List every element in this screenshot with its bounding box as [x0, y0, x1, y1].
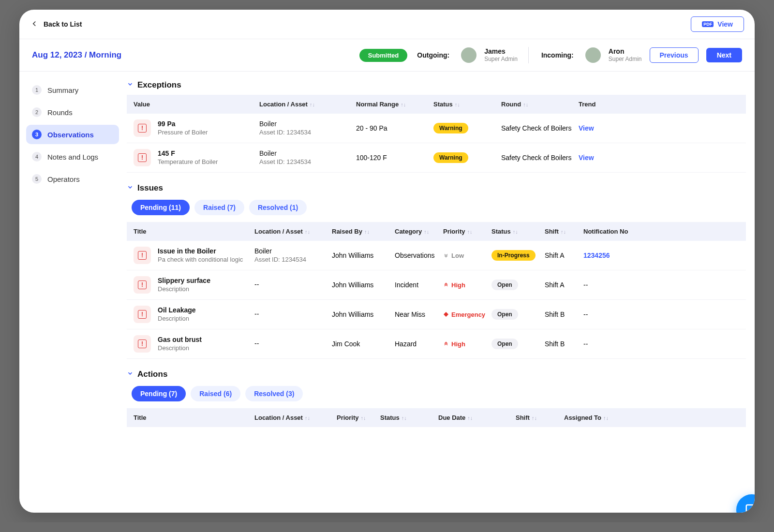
svg-rect-0 [746, 505, 755, 512]
table-row: !99 PaPressure of Boiler BoilerAsset ID:… [127, 114, 746, 143]
alert-icon: ! [134, 247, 151, 264]
view-label: View [717, 20, 733, 28]
sort-icon: ↑↓ [513, 229, 518, 235]
section-header[interactable]: Issues [127, 183, 746, 193]
tab-issues-pending[interactable]: Pending (11) [132, 200, 190, 215]
tab-actions-pending[interactable]: Pending (7) [132, 386, 186, 401]
status-badge: Open [491, 280, 518, 290]
col-category[interactable]: Category↑↓ [395, 228, 443, 235]
sort-icon: ↑↓ [305, 415, 310, 421]
table-row: !Slippery surfaceDescription -- John Wil… [127, 270, 746, 300]
view-trend-link[interactable]: View [579, 124, 594, 132]
alert-icon: ! [134, 276, 151, 294]
previous-button[interactable]: Previous [650, 47, 699, 63]
sort-icon: ↑↓ [523, 102, 528, 107]
section-header[interactable]: Exceptions [127, 80, 746, 90]
col-shift[interactable]: Shift↑↓ [545, 228, 583, 235]
date-heading: Aug 12, 2023 / Morning [32, 50, 121, 60]
status-badge: Open [491, 309, 518, 320]
sort-icon: ↑↓ [402, 415, 407, 421]
table-row: !Issue in the BoilerPa check with condit… [127, 241, 746, 270]
outgoing-user: James Super Admin [484, 47, 518, 62]
priority-indicator: Low [443, 252, 491, 259]
status-badge: Open [491, 339, 518, 349]
submitted-badge: Submitted [359, 49, 408, 62]
sort-icon: ↑↓ [361, 415, 366, 421]
alert-icon: ! [134, 149, 151, 166]
exceptions-section: Exceptions Value Location / Asset↑↓ Norm… [127, 80, 746, 173]
view-pdf-button[interactable]: PDF View [691, 16, 744, 32]
view-trend-link[interactable]: View [579, 154, 594, 162]
col-assigned[interactable]: Assigned To↑↓ [564, 414, 612, 421]
tab-issues-raised[interactable]: Raised (7) [194, 200, 244, 215]
sidebar-item-rounds[interactable]: 2Rounds [26, 103, 119, 122]
col-location[interactable]: Location / Asset↑↓ [254, 414, 337, 421]
chevron-down-icon [127, 370, 134, 379]
sort-icon: ↑↓ [532, 415, 537, 421]
section-header[interactable]: Actions [127, 369, 746, 379]
sidebar-item-operators[interactable]: 5Operators [26, 169, 119, 189]
col-range[interactable]: Normal Range↑↓ [356, 101, 433, 108]
alert-icon: ! [134, 306, 151, 323]
arrow-left-icon [30, 19, 39, 30]
col-status[interactable]: Status↑↓ [433, 101, 501, 108]
next-button[interactable]: Next [706, 48, 742, 62]
actions-header-row: Title Location / Asset↑↓ Priority↑↓ Stat… [127, 408, 746, 427]
col-due[interactable]: Due Date↑↓ [438, 414, 516, 421]
chevron-down-icon [127, 81, 134, 89]
sort-icon: ↑↓ [603, 415, 609, 421]
sidebar-item-observations[interactable]: 3Observations [26, 125, 119, 144]
sort-icon: ↑↓ [467, 415, 473, 421]
tab-issues-resolved[interactable]: Resolved (1) [249, 200, 307, 215]
context-bar: Aug 12, 2023 / Morning Submitted Outgoin… [19, 39, 755, 72]
table-row: !Gas out brustDescription -- Jim Cook Ha… [127, 329, 746, 359]
table-row: !Oil LeakageDescription -- John Williams… [127, 300, 746, 329]
tab-actions-resolved[interactable]: Resolved (3) [245, 386, 303, 401]
col-priority[interactable]: Priority↑↓ [337, 414, 380, 421]
table-row: !145 FTemperature of Boiler BoilerAsset … [127, 143, 746, 173]
avatar [585, 47, 601, 63]
main-content: Exceptions Value Location / Asset↑↓ Norm… [122, 72, 755, 507]
col-location[interactable]: Location / Asset↑↓ [259, 101, 356, 108]
avatar [461, 47, 476, 63]
status-badge: In-Progress [491, 250, 536, 261]
status-badge: Warning [433, 152, 468, 163]
sidebar-item-summary[interactable]: 1Summary [26, 80, 119, 100]
tab-actions-raised[interactable]: Raised (6) [191, 386, 240, 401]
issues-header-row: Title Location / Asset↑↓ Raised By↑↓ Cat… [127, 222, 746, 241]
sort-icon: ↑↓ [401, 102, 406, 107]
back-button[interactable]: Back to List [30, 19, 82, 30]
sort-icon: ↑↓ [561, 229, 566, 235]
col-location[interactable]: Location / Asset↑↓ [254, 228, 332, 235]
col-priority[interactable]: Priority↑↓ [443, 228, 491, 235]
col-title[interactable]: Title [134, 228, 254, 235]
col-title[interactable]: Title [134, 414, 254, 421]
sort-icon: ↑↓ [467, 229, 473, 235]
col-status[interactable]: Status↑↓ [380, 414, 438, 421]
col-status[interactable]: Status↑↓ [491, 228, 545, 235]
sort-icon: ↑↓ [455, 102, 460, 107]
chevron-down-icon [127, 184, 134, 192]
col-trend[interactable]: Trend [579, 101, 617, 108]
col-notif[interactable]: Notification No [583, 228, 632, 235]
sort-icon: ↑↓ [310, 102, 315, 107]
sidebar-item-notes[interactable]: 4Notes and Logs [26, 147, 119, 166]
priority-indicator: Emergency [443, 311, 491, 318]
col-round[interactable]: Round↑↓ [501, 101, 579, 108]
sort-icon: ↑↓ [424, 229, 429, 235]
alert-icon: ! [134, 119, 151, 137]
col-value[interactable]: Value [134, 101, 259, 108]
monitor-icon [744, 502, 755, 513]
notification-link[interactable]: 1234256 [583, 251, 610, 259]
issues-section: Issues Pending (11) Raised (7) Resolved … [127, 183, 746, 359]
sidebar-nav: 1Summary 2Rounds 3Observations 4Notes an… [19, 72, 122, 507]
incoming-user: Aron Super Admin [609, 47, 642, 62]
topbar: Back to List PDF View [19, 10, 755, 39]
pdf-icon: PDF [702, 21, 714, 27]
sort-icon: ↑↓ [305, 229, 310, 235]
status-badge: Warning [433, 123, 468, 133]
back-label: Back to List [44, 20, 82, 28]
col-shift[interactable]: Shift↑↓ [516, 414, 564, 421]
priority-indicator: High [443, 340, 491, 348]
col-raisedby[interactable]: Raised By↑↓ [332, 228, 395, 235]
